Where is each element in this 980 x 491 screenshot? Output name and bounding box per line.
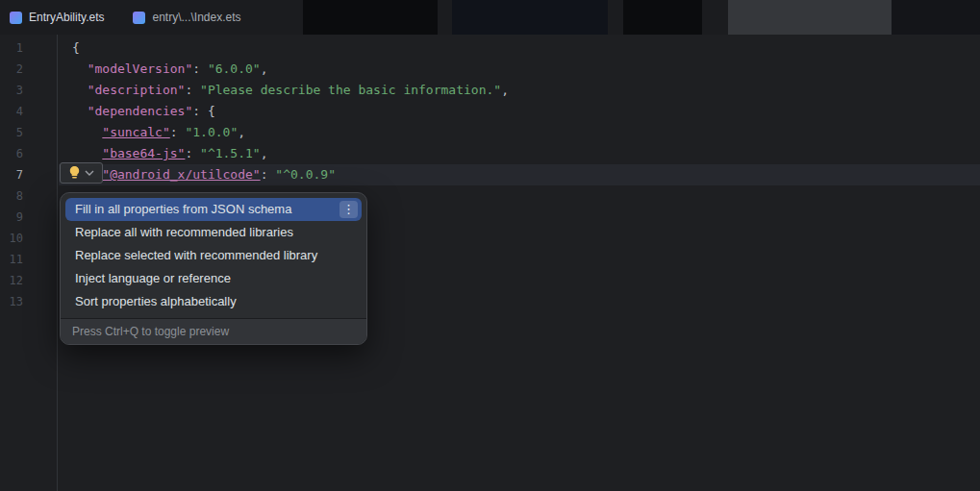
code-line[interactable]: { (59, 37, 980, 59)
intention-bulb-widget[interactable] (60, 162, 103, 184)
redacted-tab (452, 0, 608, 35)
tab-label: EntryAbility.ets (29, 11, 104, 24)
ets-file-icon (10, 12, 22, 24)
line-number[interactable]: 11 (0, 249, 23, 270)
code-line[interactable]: "description": "Please describe the basi… (59, 80, 980, 101)
code-line[interactable]: "suncalc": "1.0.0", (59, 122, 980, 143)
editor[interactable]: 12345678910111213 { "modelVersion": "6.0… (0, 35, 980, 491)
editor-tab[interactable]: EntryAbility.ets (10, 0, 104, 35)
chevron-down-icon (85, 170, 94, 176)
redacted-tab (728, 0, 892, 35)
menu-item[interactable]: Replace all with recommended libraries (65, 221, 362, 244)
intention-menu-items: Fill in all properties from JSON schema⋮… (61, 193, 366, 318)
line-number[interactable]: 3 (0, 80, 23, 101)
menu-item-label: Sort properties alphabetically (75, 294, 237, 308)
code-line[interactable]: "dependencies": { (59, 101, 980, 122)
line-number[interactable]: 13 (0, 291, 23, 312)
line-number[interactable]: 6 (0, 143, 23, 164)
ide-window: EntryAbility.etsentry\...\Index.ets 1234… (0, 0, 980, 491)
line-number[interactable]: 2 (0, 59, 23, 80)
line-number[interactable]: 7 (0, 164, 23, 185)
popup-footer-hint: Press Ctrl+Q to toggle preview (61, 318, 366, 344)
ets-file-icon (133, 12, 145, 24)
redacted-tab (303, 0, 438, 35)
menu-item[interactable]: Fill in all properties from JSON schema⋮ (65, 198, 362, 221)
tab-bar: EntryAbility.etsentry\...\Index.ets (0, 0, 980, 35)
menu-item-label: Replace selected with recommended librar… (75, 248, 317, 262)
tab-label: entry\...\Index.ets (152, 11, 240, 24)
gutter: 12345678910111213 (0, 35, 58, 491)
menu-item[interactable]: Inject language or reference (65, 267, 362, 290)
redacted-tab (623, 0, 702, 35)
intention-popup: Fill in all properties from JSON schema⋮… (60, 192, 367, 345)
line-number[interactable]: 8 (0, 185, 23, 207)
menu-item-label: Fill in all properties from JSON schema (75, 202, 291, 216)
menu-item[interactable]: Replace selected with recommended librar… (65, 244, 362, 267)
line-number[interactable]: 4 (0, 101, 23, 122)
tab-bar-shade (892, 0, 980, 35)
line-number[interactable]: 1 (0, 37, 23, 59)
code-line[interactable]: "modelVersion": "6.0.0", (59, 59, 980, 80)
code-line[interactable]: "@android_x/utilcode": "^0.0.9" (59, 164, 980, 185)
line-number[interactable]: 5 (0, 122, 23, 143)
editor-tab[interactable]: entry\...\Index.ets (133, 0, 240, 35)
line-number[interactable]: 10 (0, 228, 23, 249)
menu-item[interactable]: Sort properties alphabetically (65, 290, 362, 313)
menu-item-label: Inject language or reference (75, 271, 231, 285)
menu-item-label: Replace all with recommended libraries (75, 225, 293, 239)
code-line[interactable]: "base64-js": "^1.5.1", (59, 143, 980, 164)
line-number[interactable]: 9 (0, 207, 23, 228)
kebab-icon[interactable]: ⋮ (339, 201, 358, 218)
lightbulb-icon (69, 166, 80, 180)
line-number[interactable]: 12 (0, 270, 23, 291)
